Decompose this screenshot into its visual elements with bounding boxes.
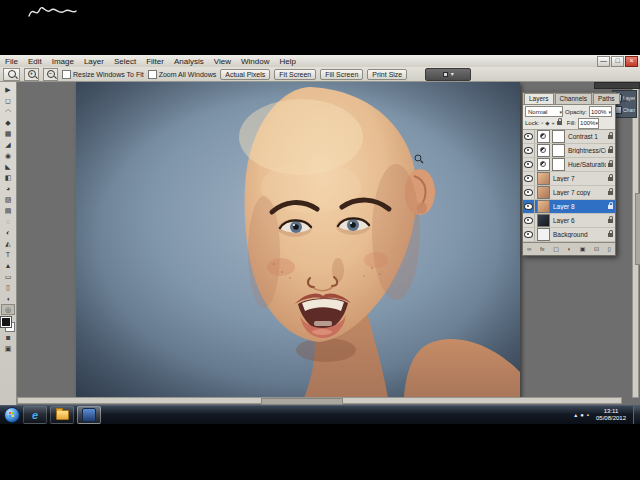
link-icon[interactable]: ∞ [527, 244, 531, 254]
minimize-button[interactable]: — [597, 56, 610, 67]
taskbar-item-photoshop[interactable] [77, 406, 101, 424]
adjustment-thumbnail[interactable] [537, 158, 550, 171]
layer-row-layer6[interactable]: Layer 6 [523, 214, 615, 228]
checkbox-icon[interactable] [148, 70, 157, 79]
visibility-toggle[interactable] [523, 200, 535, 213]
layer-style-icon[interactable]: fx [540, 244, 545, 254]
maximize-button[interactable]: □ [611, 56, 624, 67]
layer-name[interactable]: Contrast 1 [568, 133, 606, 140]
menu-analysis[interactable]: Analysis [169, 56, 209, 67]
panel-dock-header[interactable] [594, 82, 640, 89]
layer-mask-thumbnail[interactable] [552, 130, 565, 143]
layer-mask-icon[interactable]: ▢ [553, 244, 559, 254]
hscroll-thumb[interactable] [261, 398, 343, 405]
layer-row-layer7[interactable]: Layer 7 [523, 172, 615, 186]
fill-value[interactable]: 100% [578, 118, 599, 129]
tool-eyedropper[interactable]: ◢ [1, 139, 15, 150]
menu-view[interactable]: View [209, 56, 236, 67]
menu-layer[interactable]: Layer [79, 56, 109, 67]
visibility-toggle[interactable] [523, 186, 535, 199]
tool-type[interactable]: T [1, 249, 15, 260]
quick-mask-button[interactable]: ◙ [1, 332, 15, 343]
fit-screen-button[interactable]: Fit Screen [274, 69, 316, 80]
layer-mask-thumbnail[interactable] [552, 158, 565, 171]
dock-item-channels[interactable]: Channels [614, 104, 635, 116]
horizontal-scrollbar[interactable] [17, 397, 622, 404]
tool-zoom[interactable]: ◎ [1, 304, 15, 315]
layer-thumbnail[interactable] [537, 214, 550, 227]
layer-row-brightness-contrast[interactable]: Brightness/Contrast 1 [523, 144, 615, 158]
zoom-all-windows-checkbox[interactable]: Zoom All Windows [148, 70, 217, 79]
tab-layers[interactable]: Layers [524, 93, 554, 104]
tool-healing-brush[interactable]: ◉ [1, 150, 15, 161]
taskbar-item-internet-explorer[interactable]: e [23, 406, 47, 424]
tool-path-selection[interactable]: ▲ [1, 260, 15, 271]
menu-file[interactable]: File [0, 56, 23, 67]
layer-name[interactable]: Layer 8 [553, 203, 606, 210]
taskbar-clock[interactable]: 13:11 05/08/2012 [592, 408, 630, 422]
menu-edit[interactable]: Edit [23, 56, 47, 67]
tool-blur[interactable]: ◌ [1, 216, 15, 227]
tool-rectangular-marquee[interactable]: ◻ [1, 95, 15, 106]
adjustment-layer-icon[interactable]: ◐ [567, 244, 571, 254]
delete-layer-icon[interactable]: ▯ [608, 244, 611, 254]
checkbox-icon[interactable] [62, 70, 71, 79]
layer-mask-thumbnail[interactable] [552, 144, 565, 157]
layer-row-layer7-copy[interactable]: Layer 7 copy [523, 186, 615, 200]
layer-name[interactable]: Layer 7 copy [553, 189, 606, 196]
tool-lasso[interactable]: ◠ [1, 106, 15, 117]
lock-all-icon[interactable] [557, 121, 562, 125]
tray-arrow-icon[interactable]: ▴ [574, 412, 577, 418]
taskbar-item-explorer[interactable] [50, 406, 74, 424]
tool-shape[interactable]: ▭ [1, 271, 15, 282]
menu-filter[interactable]: Filter [141, 56, 169, 67]
current-tool-well[interactable] [3, 68, 20, 81]
vertical-scrollbar[interactable] [632, 82, 639, 398]
layer-thumbnail[interactable] [537, 186, 550, 199]
visibility-toggle[interactable] [523, 214, 535, 227]
print-size-button[interactable]: Print Size [367, 69, 407, 80]
tool-move[interactable]: ▶ [1, 84, 15, 95]
tool-clone-stamp[interactable]: ◧ [1, 172, 15, 183]
tool-history-brush[interactable]: ◕ [1, 183, 15, 194]
show-desktop-button[interactable] [633, 406, 640, 425]
screen-mode-button[interactable]: ▣ [1, 343, 15, 354]
document-canvas[interactable] [76, 82, 520, 398]
menu-image[interactable]: Image [47, 56, 79, 67]
tool-eraser[interactable]: ▨ [1, 194, 15, 205]
tool-hand[interactable]: ◖ [1, 293, 15, 304]
zoom-in-toggle[interactable]: + [24, 68, 39, 81]
lock-position-icon[interactable]: + [552, 120, 555, 126]
panel-menu-icon[interactable]: ≡ [620, 97, 630, 104]
new-layer-icon[interactable]: ⊡ [594, 244, 599, 254]
layer-thumbnail[interactable] [537, 228, 550, 241]
layer-name[interactable]: Layer 7 [553, 175, 606, 182]
layer-row-layer8-selected[interactable]: Layer 8 [523, 200, 615, 214]
layer-row-hue-saturation[interactable]: Hue/Saturation 1 [523, 158, 615, 172]
zoom-out-toggle[interactable]: − [43, 68, 58, 81]
lock-pixels-icon[interactable]: ◆ [545, 120, 549, 126]
tool-dodge[interactable]: ◐ [1, 227, 15, 238]
visibility-toggle[interactable] [523, 158, 535, 171]
menu-help[interactable]: Help [274, 56, 300, 67]
opacity-value[interactable]: 100% [589, 106, 612, 117]
adjustment-thumbnail[interactable] [537, 130, 550, 143]
visibility-toggle[interactable] [523, 172, 535, 185]
close-button[interactable]: × [625, 56, 638, 67]
adjustment-thumbnail[interactable] [537, 144, 550, 157]
tool-pen[interactable]: ◭ [1, 238, 15, 249]
tool-gradient[interactable]: ▤ [1, 205, 15, 216]
layer-name[interactable]: Brightness/Contrast 1 [568, 147, 606, 154]
tool-crop[interactable]: ▦ [1, 128, 15, 139]
layer-row-contrast[interactable]: Contrast 1 [523, 130, 615, 144]
tab-channels[interactable]: Channels [555, 93, 592, 104]
tool-brush[interactable]: ◣ [1, 161, 15, 172]
layer-thumbnail[interactable] [537, 200, 550, 213]
foreground-color-swatch[interactable] [1, 317, 11, 327]
workspace-dropdown-button[interactable]: ▾ [425, 68, 471, 81]
layer-name[interactable]: Background [553, 231, 606, 238]
tool-quick-selection[interactable]: ◆ [1, 117, 15, 128]
layer-name[interactable]: Layer 6 [553, 217, 606, 224]
tool-notes[interactable]: ▯ [1, 282, 15, 293]
menu-select[interactable]: Select [109, 56, 141, 67]
